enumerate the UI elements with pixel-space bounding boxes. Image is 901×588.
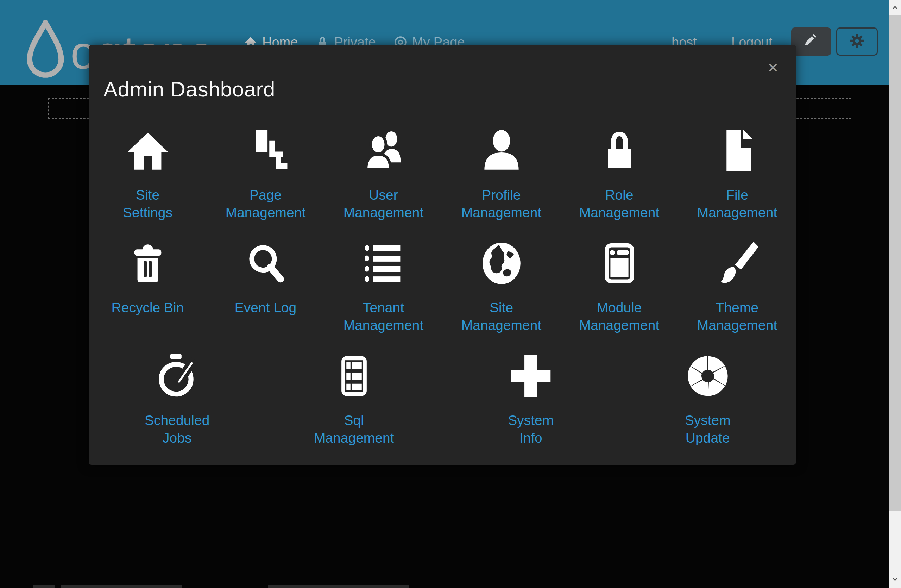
chevron-up-icon <box>891 5 899 10</box>
tile-event-log[interactable]: Event Log <box>207 237 324 349</box>
tile-label: ModuleManagement <box>579 299 659 334</box>
list-icon <box>361 237 406 290</box>
tile-row-1: SiteSettingsPageManagementUserManagement… <box>89 124 796 237</box>
clipped-footer-text <box>33 585 55 588</box>
aperture-icon <box>685 349 730 402</box>
tile-sql-management[interactable]: SqlManagement <box>266 349 443 462</box>
tile-label: FileManagement <box>697 186 778 221</box>
vertical-scrollbar[interactable] <box>889 0 901 588</box>
browser-icon <box>597 237 642 290</box>
globe-icon <box>479 237 524 290</box>
tile-label: SqlManagement <box>314 412 394 447</box>
settings-button[interactable] <box>836 28 878 56</box>
tile-label: SiteManagement <box>461 299 542 334</box>
clipped-footer-text <box>61 585 182 588</box>
scrollbar-thumb[interactable] <box>889 15 901 510</box>
timer-icon <box>154 349 200 402</box>
modal-header: Admin Dashboard ✕ <box>89 45 796 104</box>
admin-dashboard-modal: Admin Dashboard ✕ SiteSettingsPageManage… <box>89 45 796 465</box>
plus-icon <box>508 349 553 402</box>
tile-label: RoleManagement <box>579 186 659 221</box>
users-icon <box>361 124 406 177</box>
tile-label: TenantManagement <box>343 299 424 334</box>
modal-body: SiteSettingsPageManagementUserManagement… <box>89 104 796 462</box>
paintbrush-icon <box>715 237 760 290</box>
home-icon <box>125 124 170 177</box>
tile-label: ScheduledJobs <box>145 412 209 447</box>
spreadsheet-icon <box>332 349 377 402</box>
tile-theme-management[interactable]: ThemeManagement <box>678 237 796 349</box>
tile-recycle-bin[interactable]: Recycle Bin <box>89 237 207 349</box>
clipped-footer-text <box>268 585 409 588</box>
tile-label: UserManagement <box>343 186 424 221</box>
lock-icon <box>597 124 642 177</box>
tile-label: PageManagement <box>226 186 306 221</box>
modal-title: Admin Dashboard <box>103 77 275 101</box>
tile-label: SystemInfo <box>508 412 553 447</box>
tile-system-update[interactable]: SystemUpdate <box>619 349 797 462</box>
tile-page-management[interactable]: PageManagement <box>207 124 324 237</box>
pages-icon <box>243 124 288 177</box>
scroll-down-button[interactable] <box>889 572 901 586</box>
tile-module-management[interactable]: ModuleManagement <box>560 237 678 349</box>
tile-tenant-management[interactable]: TenantManagement <box>324 237 443 349</box>
tile-label: SiteSettings <box>123 186 173 221</box>
trash-icon <box>125 237 170 290</box>
tile-label: ThemeManagement <box>697 299 778 334</box>
chevron-down-icon <box>891 576 899 582</box>
tile-scheduled-jobs[interactable]: ScheduledJobs <box>89 349 266 462</box>
file-icon <box>715 124 760 177</box>
tile-row-2: Recycle BinEvent LogTenantManagementSite… <box>89 237 796 349</box>
tile-label: Recycle Bin <box>112 299 184 317</box>
person-icon <box>479 124 524 177</box>
tile-user-management[interactable]: UserManagement <box>324 124 443 237</box>
tile-profile-management[interactable]: ProfileManagement <box>443 124 560 237</box>
edit-mode-button[interactable] <box>791 28 831 56</box>
close-icon[interactable]: ✕ <box>767 61 778 75</box>
tile-label: SystemUpdate <box>685 412 731 447</box>
tile-file-management[interactable]: FileManagement <box>678 124 796 237</box>
tile-system-info[interactable]: SystemInfo <box>443 349 619 462</box>
gear-icon <box>848 31 867 52</box>
pencil-icon <box>803 33 820 51</box>
droplet-icon <box>25 20 66 80</box>
magnifier-icon <box>243 237 288 290</box>
tile-role-management[interactable]: RoleManagement <box>560 124 678 237</box>
tile-row-3: ScheduledJobsSqlManagementSystemInfoSyst… <box>89 349 796 462</box>
tile-site-management[interactable]: SiteManagement <box>443 237 560 349</box>
scroll-up-button[interactable] <box>889 0 901 15</box>
tile-site-settings[interactable]: SiteSettings <box>89 124 207 237</box>
tile-label: ProfileManagement <box>461 186 542 221</box>
tile-label: Event Log <box>235 299 297 317</box>
